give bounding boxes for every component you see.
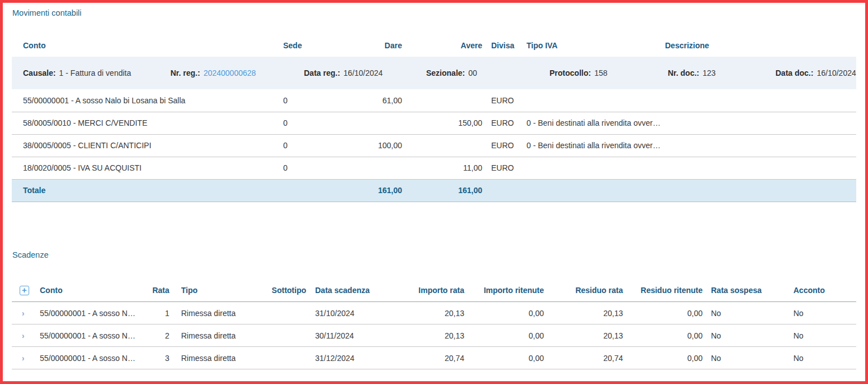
nr-reg-link[interactable]: 202400000628 <box>204 68 256 77</box>
col-conto: Conto <box>34 280 140 302</box>
cell-data-scadenza: 31/12/2024 <box>308 347 395 369</box>
cell-tipo: Rimessa diretta <box>171 324 269 347</box>
cell-residuo-ritenute: 0,00 <box>625 302 705 324</box>
cell-conto: 55/00000001 - A sosso Nal… <box>34 347 140 369</box>
col-sottotipo: Sottotipo <box>269 280 308 302</box>
nr-reg-field: Nr. reg.:202400000628 <box>170 68 304 77</box>
cell-tipo-iva <box>524 89 662 112</box>
col-rata-sospesa: Rata sospesa <box>705 280 785 302</box>
cell-descrizione <box>662 157 856 179</box>
cell-tipo-iva: 0 - Beni destinati alla rivendita ovver… <box>524 112 662 134</box>
cell-residuo-rata: 20,13 <box>546 324 625 347</box>
col-importo-rata: Importo rata <box>395 280 467 302</box>
cell-avere <box>404 134 484 157</box>
scadenze-row[interactable]: › 55/00000001 - A sosso Nal… 2 Rimessa d… <box>12 324 856 347</box>
cell-descrizione <box>662 134 856 157</box>
data-reg-field: Data reg.:16/10/2024 <box>304 68 426 77</box>
totale-row: Totale 161,00 161,00 <box>12 179 856 202</box>
col-avere: Avere <box>404 34 484 57</box>
cell-tipo-iva <box>524 157 662 179</box>
col-descrizione: Descrizione <box>662 34 856 57</box>
cell-avere: 11,00 <box>404 157 484 179</box>
cell-descrizione <box>662 89 856 112</box>
causale-band-row: Causale:1 - Fattura di vendita Nr. reg.:… <box>12 57 856 89</box>
col-importo-ritenute: Importo ritenute <box>467 280 546 302</box>
cell-sottotipo <box>269 324 308 347</box>
cell-rata-sospesa: No <box>705 347 785 369</box>
cell-divisa: EURO <box>484 157 524 179</box>
cell-acconto: No <box>785 324 856 347</box>
cell-sede: 0 <box>275 134 365 157</box>
cell-dare <box>365 157 404 179</box>
cell-conto: 58/0005/0010 - MERCI C/VENDITE <box>12 112 275 134</box>
col-tipo-iva: Tipo IVA <box>524 34 662 57</box>
movimenti-table: Conto Sede Dare Avere Divisa Tipo IVA De… <box>12 34 856 202</box>
movimenti-row: 18/0020/0005 - IVA SU ACQUISTI 0 11,00 E… <box>12 157 856 179</box>
expand-row-chevron-icon[interactable]: › <box>20 309 24 318</box>
col-data-scadenza: Data scadenza <box>308 280 395 302</box>
cell-avere <box>404 89 484 112</box>
cell-conto: 55/00000001 - A sosso Nalo bi Losana bi … <box>12 89 275 112</box>
cell-tipo-iva: 0 - Beni destinati alla rivendita ovver… <box>524 134 662 157</box>
totale-avere: 161,00 <box>404 179 484 202</box>
cell-sede: 0 <box>275 112 365 134</box>
cell-rata: 3 <box>140 347 171 369</box>
cell-importo-ritenute: 0,00 <box>467 324 546 347</box>
cell-tipo: Rimessa diretta <box>171 302 269 324</box>
cell-sede: 0 <box>275 89 365 112</box>
cell-sottotipo <box>269 347 308 369</box>
expand-row-chevron-icon[interactable]: › <box>20 354 24 363</box>
protocollo-field: Protocollo:158 <box>550 68 668 77</box>
col-tipo: Tipo <box>171 280 269 302</box>
cell-data-scadenza: 30/11/2024 <box>308 324 395 347</box>
col-residuo-rata: Residuo rata <box>546 280 625 302</box>
nr-doc-field: Nr. doc.:123 <box>668 68 775 77</box>
col-conto: Conto <box>12 34 275 57</box>
cell-acconto: No <box>785 347 856 369</box>
cell-descrizione <box>662 112 856 134</box>
data-doc-field: Data doc.:16/10/2024 <box>775 68 856 77</box>
cell-importo-rata: 20,13 <box>395 324 467 347</box>
expand-all-icon[interactable]: + <box>20 286 29 295</box>
cell-conto: 38/0005/0005 - CLIENTI C/ANTICIPI <box>12 134 275 157</box>
cell-rata: 2 <box>140 324 171 347</box>
expand-row-chevron-icon[interactable]: › <box>20 331 24 341</box>
scadenze-header-row: + Conto Rata Tipo Sottotipo Data scadenz… <box>12 280 856 302</box>
scadenze-table: + Conto Rata Tipo Sottotipo Data scadenz… <box>12 280 856 370</box>
cell-importo-rata: 20,74 <box>395 347 467 369</box>
col-residuo-ritenute: Residuo ritenute <box>625 280 705 302</box>
movimenti-header-row: Conto Sede Dare Avere Divisa Tipo IVA De… <box>12 34 856 57</box>
cell-sottotipo <box>269 302 308 324</box>
registration-header-band: Causale:1 - Fattura di vendita Nr. reg.:… <box>12 57 856 89</box>
cell-divisa: EURO <box>484 89 524 112</box>
cell-importo-ritenute: 0,00 <box>467 347 546 369</box>
cell-data-scadenza: 31/10/2024 <box>308 302 395 324</box>
cell-acconto: No <box>785 302 856 324</box>
cell-rata-sospesa: No <box>705 302 785 324</box>
movimenti-row: 58/0005/0010 - MERCI C/VENDITE 0 150,00 … <box>12 112 856 134</box>
scadenze-row[interactable]: › 55/00000001 - A sosso Nal… 1 Rimessa d… <box>12 302 856 324</box>
col-rata: Rata <box>140 280 171 302</box>
movimenti-section-title: Movimenti contabili <box>12 8 856 17</box>
scadenze-row[interactable]: › 55/00000001 - A sosso Nal… 3 Rimessa d… <box>12 347 856 369</box>
movimenti-contabili-panel: Movimenti contabili Conto Sede Dare Aver… <box>0 0 868 384</box>
cell-residuo-rata: 20,74 <box>546 347 625 369</box>
cell-avere: 150,00 <box>404 112 484 134</box>
totale-label: Totale <box>12 179 275 202</box>
col-sede: Sede <box>275 34 365 57</box>
cell-importo-ritenute: 0,00 <box>467 302 546 324</box>
col-dare: Dare <box>365 34 404 57</box>
cell-rata: 1 <box>140 302 171 324</box>
col-divisa: Divisa <box>484 34 524 57</box>
causale-field: Causale:1 - Fattura di vendita <box>23 68 170 77</box>
movimenti-row: 38/0005/0005 - CLIENTI C/ANTICIPI 0 100,… <box>12 134 856 157</box>
cell-dare <box>365 112 404 134</box>
cell-divisa: EURO <box>484 134 524 157</box>
cell-sede: 0 <box>275 157 365 179</box>
cell-rata-sospesa: No <box>705 324 785 347</box>
cell-conto: 55/00000001 - A sosso Nal… <box>34 302 140 324</box>
cell-residuo-rata: 20,13 <box>546 302 625 324</box>
cell-divisa: EURO <box>484 112 524 134</box>
cell-tipo: Rimessa diretta <box>171 347 269 369</box>
cell-conto: 55/00000001 - A sosso Nal… <box>34 324 140 347</box>
